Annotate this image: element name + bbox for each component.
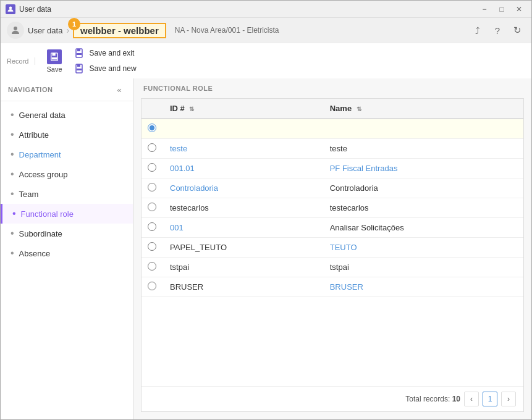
main-content: NAVIGATION « General data Attribute Depa… — [1, 78, 531, 419]
breadcrumb: User data › 1 welbber - welbber NA - Nov… — [1, 18, 531, 43]
section-header: FUNCTIONAL ROLE — [133, 78, 531, 98]
name-cell: tstpai — [324, 258, 523, 277]
sidebar-collapse-button[interactable]: « — [113, 83, 125, 96]
sidebar: NAVIGATION « General data Attribute Depa… — [1, 78, 133, 419]
id-cell: teste — [164, 139, 324, 159]
minimize-button[interactable]: − — [477, 4, 492, 15]
functional-role-table: ID # ⇅ Name ⇅ — [141, 99, 523, 297]
svg-point-0 — [9, 6, 12, 9]
radio-cell[interactable] — [141, 119, 164, 139]
table-row: Controladoria Controladoria — [141, 178, 523, 198]
table-row: teste teste — [141, 139, 523, 159]
user-icon — [7, 22, 24, 39]
breadcrumb-active: 1 welbber - welbber — [73, 23, 166, 38]
row-radio[interactable] — [148, 124, 156, 132]
save-label: Save — [46, 65, 62, 73]
radio-cell[interactable] — [141, 277, 164, 297]
title-bar: User data − □ ✕ — [1, 1, 531, 18]
name-cell: teste — [324, 139, 523, 159]
save-button[interactable]: Save — [41, 48, 67, 74]
radio-cell[interactable] — [141, 159, 164, 178]
sort-name-icon: ⇅ — [357, 106, 361, 112]
content-area: FUNCTIONAL ROLE ↻ ID # ⇅ — [133, 78, 531, 419]
radio-cell[interactable] — [141, 218, 164, 238]
table-row — [141, 119, 523, 139]
row-radio[interactable] — [148, 282, 156, 290]
id-cell: tstpai — [164, 258, 324, 277]
radio-cell[interactable] — [141, 238, 164, 258]
close-button[interactable]: ✕ — [512, 4, 526, 15]
window: User data − □ ✕ User data › 1 welbber - … — [0, 0, 532, 420]
sidebar-item-absence[interactable]: Absence — [1, 243, 133, 263]
app-icon — [6, 4, 15, 14]
save-and-exit-button[interactable]: Save and exit — [70, 46, 141, 61]
record-label: Record — [7, 57, 35, 65]
badge-1: 1 — [68, 18, 80, 30]
svg-rect-4 — [52, 57, 57, 59]
menu-items: Save and exit Save and new — [70, 46, 141, 76]
sidebar-item-functional-role[interactable]: Functional role — [1, 204, 133, 224]
name-cell: Analisar Solicitações — [324, 218, 523, 238]
row-radio[interactable] — [148, 242, 156, 251]
id-cell: Controladoria — [164, 178, 324, 198]
next-page-button[interactable]: › — [501, 392, 516, 406]
sort-id-icon: ⇅ — [189, 106, 194, 112]
row-radio[interactable] — [148, 222, 156, 231]
save-icon — [47, 49, 62, 64]
breadcrumb-actions: ⤴ ? ↻ — [470, 22, 525, 38]
sidebar-item-attribute[interactable]: Attribute — [1, 125, 133, 145]
name-cell: PF Fiscal Entradas — [324, 159, 523, 178]
help-icon[interactable]: ? — [489, 22, 505, 38]
sidebar-title: NAVIGATION — [8, 86, 53, 93]
row-radio[interactable] — [148, 203, 156, 211]
pagination-bar: Total records: 10 ‹ 1 › — [141, 386, 523, 411]
table-container: ↻ ID # ⇅ Name — [141, 98, 524, 412]
table-row: 001 Analisar Solicitações — [141, 218, 523, 238]
svg-rect-10 — [77, 69, 82, 70]
name-cell: BRUSER — [324, 277, 523, 297]
id-cell: testecarlos — [164, 198, 324, 218]
row-radio[interactable] — [148, 163, 156, 172]
id-cell: PAPEL_TEUTO — [164, 238, 324, 258]
window-title: User data — [19, 5, 51, 14]
col-name[interactable]: Name ⇅ — [324, 99, 523, 119]
table-row: PAPEL_TEUTO TEUTO — [141, 238, 523, 258]
sidebar-item-general-data[interactable]: General data — [1, 105, 133, 125]
row-radio[interactable] — [148, 143, 156, 152]
record-toolbar: Record Save Save and — [1, 43, 531, 78]
refresh-icon[interactable]: ↻ — [509, 22, 525, 38]
sidebar-item-department[interactable]: Department — [1, 145, 133, 164]
radio-cell[interactable] — [141, 139, 164, 159]
expand-icon[interactable]: ⤴ — [470, 22, 486, 38]
window-controls: − □ ✕ — [477, 4, 526, 15]
total-records-label: Total records: 10 — [405, 395, 460, 403]
radio-cell[interactable] — [141, 178, 164, 198]
sidebar-item-team[interactable]: Team — [1, 184, 133, 204]
sidebar-item-subordinate[interactable]: Subordinate — [1, 224, 133, 243]
table-row: BRUSER BRUSER — [141, 277, 523, 297]
radio-cell[interactable] — [141, 258, 164, 277]
row-radio[interactable] — [148, 262, 156, 271]
name-cell: TEUTO — [324, 238, 523, 258]
current-page: 1 — [483, 392, 497, 406]
sidebar-item-access-group[interactable]: Access group — [1, 164, 133, 184]
maximize-button[interactable]: □ — [494, 4, 509, 15]
name-cell: testecarlos — [324, 198, 523, 218]
name-cell — [324, 119, 523, 139]
table-row: tstpai tstpai — [141, 258, 523, 277]
save-exit-icon — [75, 48, 86, 59]
save-and-new-button[interactable]: Save and new — [70, 61, 141, 76]
table-row: 001.01 PF Fiscal Entradas — [141, 159, 523, 178]
radio-cell[interactable] — [141, 198, 164, 218]
prev-page-button[interactable]: ‹ — [464, 392, 479, 406]
col-id[interactable]: ID # ⇅ — [164, 99, 324, 119]
svg-rect-9 — [77, 64, 80, 67]
svg-point-1 — [14, 27, 17, 30]
sidebar-nav: General data Attribute Department Access… — [1, 101, 133, 267]
id-cell — [164, 119, 324, 139]
breadcrumb-section[interactable]: User data — [28, 26, 62, 35]
breadcrumb-path: NA - Nova Area/001 - Eletricista — [175, 26, 279, 35]
row-radio[interactable] — [148, 183, 156, 191]
table-scroll[interactable]: ID # ⇅ Name ⇅ — [141, 99, 523, 386]
svg-rect-7 — [77, 53, 82, 55]
